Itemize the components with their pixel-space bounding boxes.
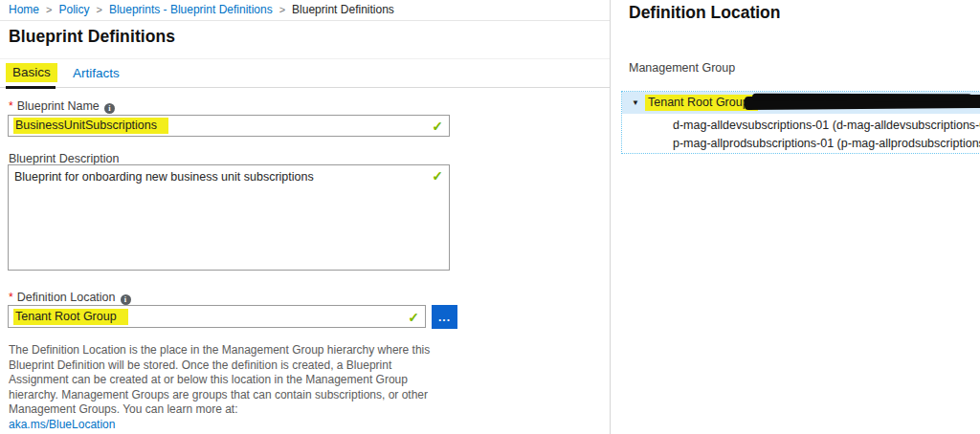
- definition-location-panel: Definition Location Management Group ▼ T…: [612, 0, 980, 434]
- definition-location-value: Tenant Root Group: [13, 309, 128, 325]
- tab-basics[interactable]: Basics: [6, 63, 57, 82]
- breadcrumb-separator: >: [279, 4, 285, 15]
- breadcrumb-current: Blueprint Definitions: [292, 3, 394, 16]
- definition-location-label: *Definition Locationi: [9, 291, 131, 305]
- breadcrumb-home-link[interactable]: Home: [9, 3, 39, 16]
- browse-location-button[interactable]: ...: [432, 305, 457, 329]
- breadcrumb-policy-link[interactable]: Policy: [58, 3, 89, 16]
- tab-artifacts[interactable]: Artifacts: [73, 66, 120, 80]
- definition-location-label-text: Definition Location: [17, 291, 116, 304]
- blueprint-name-input[interactable]: BusinessUnitSubscriptions ✓: [8, 115, 450, 137]
- definition-location-input[interactable]: Tenant Root Group ✓: [8, 305, 426, 328]
- management-group-label: Management Group: [629, 61, 735, 75]
- blueprint-basics-panel: Home>Policy>Blueprints - Blueprint Defin…: [0, 0, 611, 434]
- valid-checkmark-icon: ✓: [408, 307, 419, 328]
- blueprint-description-label: Blueprint Description: [9, 152, 119, 165]
- active-tab-underline: [6, 86, 56, 89]
- tab-bar: Basics Artifacts: [0, 59, 610, 88]
- breadcrumb-separator: >: [96, 4, 101, 15]
- info-icon[interactable]: i: [104, 103, 115, 114]
- tree-item-dev-subscriptions[interactable]: d-mag-alldevsubscriptions-01 (d-mag-alld…: [622, 117, 980, 135]
- blueprint-name-label-text: Blueprint Name: [17, 99, 100, 113]
- info-icon[interactable]: i: [121, 294, 131, 305]
- tree-root-label: Tenant Root Group (: [645, 95, 758, 111]
- management-group-tree: ▼ Tenant Root Group ( d-mag-alldevsubscr…: [621, 91, 980, 154]
- required-marker: *: [9, 99, 13, 113]
- blueprint-name-label: *Blueprint Namei: [9, 99, 115, 114]
- blueprint-description-input[interactable]: Blueprint for onboarding new business un…: [8, 164, 450, 271]
- tree-item-prod-subscriptions[interactable]: p-mag-allprodsubscriptions-01 (p-mag-all…: [622, 135, 980, 153]
- blueprint-description-label-text: Blueprint Description: [9, 152, 119, 165]
- page-title: Blueprint Definitions: [9, 27, 175, 47]
- tree-item-tenant-root-group[interactable]: ▼ Tenant Root Group (: [622, 92, 980, 114]
- breadcrumb: Home>Policy>Blueprints - Blueprint Defin…: [0, 0, 610, 21]
- breadcrumb-blueprints-link[interactable]: Blueprints - Blueprint Definitions: [109, 3, 273, 16]
- panel-title: Definition Location: [629, 3, 780, 23]
- blueprint-name-value: BusinessUnitSubscriptions: [13, 118, 168, 134]
- redaction-bar: [745, 95, 980, 110]
- required-marker: *: [9, 291, 13, 304]
- caret-down-icon[interactable]: ▼: [632, 98, 639, 107]
- tab-basics-label: Basics: [6, 63, 57, 82]
- definition-location-help-text: The Definition Location is the place in …: [9, 343, 453, 432]
- blueprint-description-value: Blueprint for onboarding new business un…: [14, 170, 314, 184]
- breadcrumb-separator: >: [46, 4, 52, 15]
- valid-checkmark-icon: ✓: [432, 168, 443, 184]
- valid-checkmark-icon: ✓: [432, 117, 443, 137]
- help-link[interactable]: aka.ms/BlueLocation: [9, 418, 115, 431]
- help-text-body: The Definition Location is the place in …: [9, 343, 430, 416]
